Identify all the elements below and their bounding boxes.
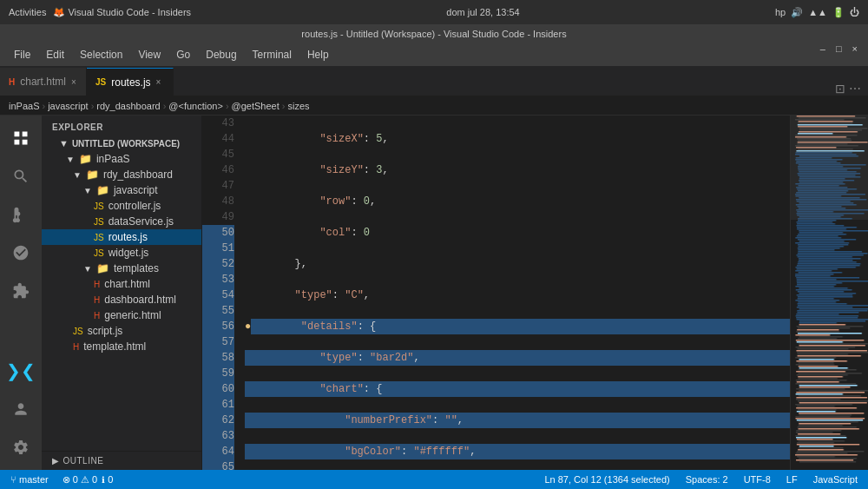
breadcrumb-javascript[interactable]: javascript (48, 101, 88, 111)
line-numbers: 43 44 45 46 47 48 49 50 51 52 53 54 55 5… (202, 116, 241, 470)
tree-label-dataservice: dataService.js (108, 215, 174, 228)
tree-item-rdy-dashboard[interactable]: ▼ 📁 rdy_dashboard (42, 167, 201, 182)
tab-chart-close[interactable]: × (71, 77, 76, 87)
outline-label: OUTLINE (63, 456, 104, 466)
workspace-caret: ▼ (59, 138, 69, 149)
menu-help[interactable]: Help (300, 47, 336, 63)
encoding[interactable]: UTF-8 (740, 474, 774, 485)
status-bar: ⑂ master ⊗ 0 ⚠ 0 ℹ 0 Ln 87, Col 12 (1364… (0, 470, 868, 489)
breadcrumb-rdy[interactable]: rdy_dashboard (96, 101, 160, 111)
tree-label-javascript: javascript (114, 184, 158, 196)
menu-selection[interactable]: Selection (73, 47, 129, 63)
html-file-icon-g: H (94, 311, 100, 320)
indentation[interactable]: Spaces: 2 (682, 474, 732, 485)
close-button[interactable]: × (849, 43, 861, 54)
activity-search[interactable] (5, 161, 36, 192)
activity-extensions[interactable] (5, 275, 36, 307)
git-icon: ⑂ (10, 474, 16, 485)
breadcrumb-sep2: › (91, 101, 95, 111)
js-file-icon-w: JS (94, 248, 104, 258)
tab-bar: H chart.html × JS routes.js × ⊡ ⋯ (0, 66, 868, 96)
workspace-label: UNTITLED (WORKSPACE) (72, 139, 180, 149)
code-editor[interactable]: "sizeX": 5, "sizeY": 3, "row": 0, "col":… (241, 116, 790, 470)
warning-icon: ⚠ (81, 474, 89, 485)
html-file-icon-ch: H (94, 280, 100, 289)
more-actions-icon[interactable]: ⋯ (849, 82, 861, 96)
language-mode[interactable]: JavaScript (810, 474, 861, 485)
breadcrumb: inPaaS › javascript › rdy_dashboard › @<… (0, 96, 868, 116)
error-icon: ⊗ (62, 474, 70, 485)
power-icon[interactable]: ⏻ (850, 7, 859, 17)
error-count[interactable]: ⊗ 0 ⚠ 0 ℹ 0 (59, 474, 117, 486)
activity-bar: ❯❮ (0, 116, 42, 470)
activities-label[interactable]: Activities (9, 7, 46, 17)
outline-section[interactable]: ▶ OUTLINE (42, 451, 201, 470)
main-layout: ❯❮ EXPLORER ▼ UNTITLED (WORKSPACE) ▼ 📁 i… (0, 116, 868, 470)
activity-settings[interactable] (5, 432, 36, 463)
tree-label-dashboard: dashboard.html (104, 294, 176, 306)
breadcrumb-sizes[interactable]: sizes (287, 101, 309, 111)
window-controls[interactable]: – □ × (817, 43, 861, 54)
activity-account[interactable] (5, 393, 36, 425)
battery-icon[interactable]: 🔋 (832, 7, 845, 18)
minimap[interactable] (790, 116, 868, 470)
breadcrumb-sep1: › (42, 101, 45, 111)
tree-label-script: script.js (88, 325, 123, 337)
tree-item-dashboard-html[interactable]: H dashboard.html (42, 292, 201, 307)
breadcrumb-func[interactable]: @<function> (168, 101, 223, 111)
menu-view[interactable]: View (131, 47, 168, 63)
wifi-icon[interactable]: ▲▲ (808, 7, 827, 17)
tree-label-routes: routes.js (108, 231, 148, 243)
speaker-icon[interactable]: 🔊 (791, 7, 803, 18)
js-file-icon-c: JS (94, 202, 104, 211)
menu-debug[interactable]: Debug (199, 47, 243, 63)
folder-icon2: 📁 (86, 169, 99, 181)
maximize-button[interactable]: □ (832, 43, 845, 54)
info-count-label: 0 (108, 474, 113, 485)
tree-item-generic-html[interactable]: H generic.html (42, 307, 201, 323)
tree-item-inpaas[interactable]: ▼ 📁 inPaaS (42, 151, 201, 167)
sidebar: EXPLORER ▼ UNTITLED (WORKSPACE) ▼ 📁 inPa… (42, 116, 202, 470)
minimap-viewport[interactable] (791, 116, 868, 220)
tree-item-script-js[interactable]: JS script.js (42, 323, 201, 339)
tree-label-chart: chart.html (104, 278, 150, 290)
menu-edit[interactable]: Edit (39, 47, 71, 63)
activity-explore[interactable] (5, 122, 36, 154)
activity-remote[interactable]: ❯❮ (5, 355, 36, 387)
eol[interactable]: LF (783, 474, 801, 485)
breadcrumb-sep5: › (282, 101, 286, 111)
outline-caret: ▶ (52, 456, 60, 466)
html-icon: H (9, 77, 15, 87)
warning-count-label: 0 (92, 474, 97, 485)
tab-routes-close[interactable]: × (156, 77, 161, 87)
activity-debug[interactable] (5, 237, 36, 268)
split-editor-icon[interactable]: ⊡ (835, 82, 845, 96)
tree-label-generic: generic.html (104, 309, 161, 321)
menu-terminal[interactable]: Terminal (246, 47, 299, 63)
folder-caret: ▼ (66, 155, 75, 164)
tree-item-controller[interactable]: JS controller.js (42, 198, 201, 214)
status-bar-right: Ln 87, Col 12 (1364 selected) Spaces: 2 … (541, 474, 861, 485)
info-icon: ℹ (102, 475, 105, 485)
cursor-position[interactable]: Ln 87, Col 12 (1364 selected) (541, 474, 673, 485)
tree-item-template-html[interactable]: H template.html (42, 339, 201, 354)
tree-item-javascript[interactable]: ▼ 📁 javascript (42, 182, 201, 198)
workspace-section[interactable]: ▼ UNTITLED (WORKSPACE) (42, 135, 201, 151)
tree-item-routes[interactable]: JS routes.js (42, 229, 201, 245)
minimize-button[interactable]: – (817, 43, 829, 54)
tree-item-chart-html[interactable]: H chart.html (42, 276, 201, 292)
title-bar: routes.js - Untitled (Workspace) - Visua… (0, 24, 868, 43)
breadcrumb-inpaas[interactable]: inPaaS (9, 101, 39, 111)
activity-git[interactable] (5, 199, 36, 230)
menu-go[interactable]: Go (169, 47, 197, 63)
git-branch[interactable]: ⑂ master (7, 474, 52, 485)
tree-item-widget[interactable]: JS widget.js (42, 245, 201, 261)
folder-caret4: ▼ (83, 264, 92, 274)
tree-item-dataservice[interactable]: JS dataService.js (42, 214, 201, 229)
sidebar-explorer-header: EXPLORER (42, 116, 201, 135)
tab-routes-js[interactable]: JS routes.js × (87, 68, 174, 96)
breadcrumb-getsheet[interactable]: @getSheet (232, 101, 279, 111)
tree-item-templates[interactable]: ▼ 📁 templates (42, 261, 201, 276)
menu-file[interactable]: File (7, 47, 37, 63)
tab-chart-html[interactable]: H chart.html × (0, 68, 87, 96)
